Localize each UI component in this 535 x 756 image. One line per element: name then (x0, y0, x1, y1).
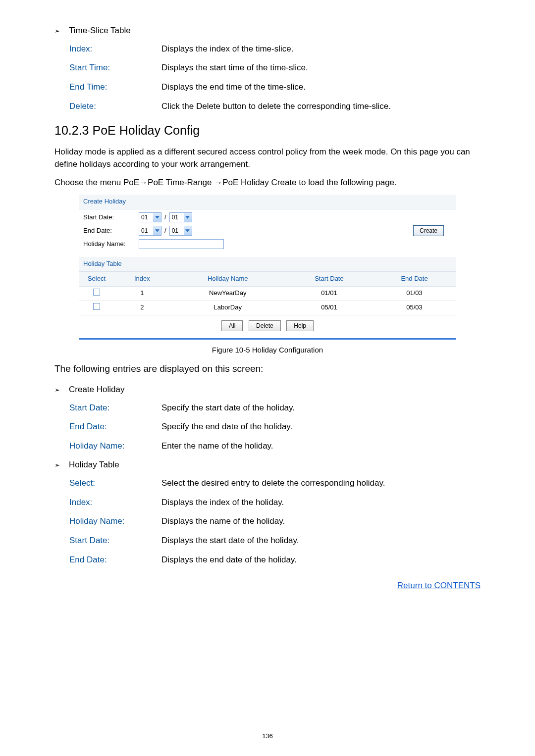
def-term: Index: (69, 43, 159, 55)
holiday-table-title: Holiday Table (69, 459, 119, 471)
create-holiday-title: Create Holiday (69, 384, 124, 396)
def-text: Specify the end date of the holiday. (161, 421, 481, 433)
col-start-date: Start Date (285, 272, 373, 286)
end-date-label: End Date: (83, 226, 139, 236)
start-month-input[interactable] (139, 213, 153, 222)
def-term: Select: (69, 477, 159, 490)
time-slice-table-title: Time-Slice Table (69, 25, 131, 37)
start-date-label: Start Date: (83, 213, 139, 222)
chevron-down-icon[interactable] (184, 226, 192, 235)
start-month-select[interactable] (139, 212, 161, 222)
row-name: NewYearDay (170, 286, 285, 301)
def-text: Displays the end time of the time-slice. (161, 81, 481, 94)
create-button[interactable]: Create (413, 225, 444, 236)
row-checkbox[interactable] (93, 289, 100, 296)
row-index: 2 (114, 301, 170, 315)
def-text: Displays the index of the holiday. (161, 497, 481, 509)
table-button-row: All Delete Help (79, 315, 456, 338)
row-index: 1 (114, 286, 170, 301)
holiday-table-header: Holiday Table (79, 257, 456, 272)
def-text: Enter the name of the holiday. (161, 440, 481, 453)
page-number: 136 (0, 732, 535, 741)
start-day-select[interactable] (169, 212, 192, 222)
def-text: Displays the index of the time-slice. (161, 43, 481, 55)
row-start: 05/01 (285, 301, 373, 315)
help-button[interactable]: Help (286, 320, 314, 331)
end-date-row: End Date: / Create (79, 222, 456, 236)
holiday-config-figure: Create Holiday Start Date: / End Date: /… (79, 195, 456, 339)
def-text: Displays the start time of the time-slic… (161, 62, 481, 74)
end-month-select[interactable] (139, 226, 161, 236)
chevron-down-icon[interactable] (153, 213, 161, 222)
def-text: Click the Delete button to delete the co… (161, 101, 481, 113)
def-text: Displays the end date of the holiday. (161, 554, 481, 566)
col-index: Index (114, 272, 170, 286)
chevron-down-icon[interactable] (153, 226, 161, 235)
row-name: LaborDay (170, 301, 285, 315)
def-term: End Date: (69, 554, 159, 566)
table-row: 1 NewYearDay 01/01 01/03 (79, 286, 456, 301)
date-separator: / (161, 226, 169, 236)
start-date-row: Start Date: / (79, 209, 456, 222)
def-term: End Date: (69, 421, 159, 433)
def-term: Start Date: (69, 535, 159, 547)
holiday-name-input[interactable] (139, 239, 224, 249)
bullet-icon: ➢ (54, 459, 60, 471)
intro-para-1: Holiday mode is applied as a different s… (54, 146, 481, 170)
holiday-name-label: Holiday Name: (83, 240, 139, 249)
end-month-input[interactable] (139, 226, 153, 235)
col-holiday-name: Holiday Name (170, 272, 285, 286)
return-to-contents-link[interactable]: Return to CONTENTS (397, 581, 481, 590)
end-day-input[interactable] (170, 226, 184, 235)
row-start: 01/01 (285, 286, 373, 301)
table-row: 2 LaborDay 05/01 05/03 (79, 301, 456, 315)
row-end: 01/03 (373, 286, 456, 301)
figure-caption: Figure 10-5 Holiday Configuration (54, 345, 481, 355)
row-checkbox[interactable] (93, 303, 100, 310)
end-day-select[interactable] (169, 226, 192, 236)
holiday-name-row: Holiday Name: (79, 236, 456, 257)
date-separator: / (161, 213, 169, 222)
col-select: Select (79, 272, 114, 286)
def-text: Select the desired entry to delete the c… (161, 477, 481, 490)
bullet-icon: ➢ (54, 25, 60, 37)
def-text: Specify the start date of the holiday. (161, 402, 481, 414)
def-term: Holiday Name: (69, 440, 159, 453)
def-term: Start Date: (69, 402, 159, 414)
all-button[interactable]: All (221, 320, 243, 331)
chevron-down-icon[interactable] (184, 213, 192, 222)
row-end: 05/03 (373, 301, 456, 315)
def-term: End Time: (69, 81, 159, 94)
section-title: 10.2.3 PoE Holiday Config (54, 121, 481, 139)
def-term: Start Time: (69, 62, 159, 74)
create-holiday-header: Create Holiday (79, 195, 456, 209)
def-term: Holiday Name: (69, 515, 159, 528)
holiday-table: Select Index Holiday Name Start Date End… (79, 272, 456, 315)
def-term: Delete: (69, 101, 159, 113)
def-text: Displays the name of the holiday. (161, 515, 481, 528)
delete-button[interactable]: Delete (249, 320, 281, 331)
entries-lead: The following entries are displayed on t… (54, 362, 481, 376)
col-end-date: End Date (373, 272, 456, 286)
def-text: Displays the start date of the holiday. (161, 535, 481, 547)
start-day-input[interactable] (170, 213, 184, 222)
intro-para-2: Choose the menu PoE→PoE Time-Range →PoE … (54, 177, 481, 189)
def-term: Index: (69, 497, 159, 509)
bullet-icon: ➢ (54, 384, 60, 396)
